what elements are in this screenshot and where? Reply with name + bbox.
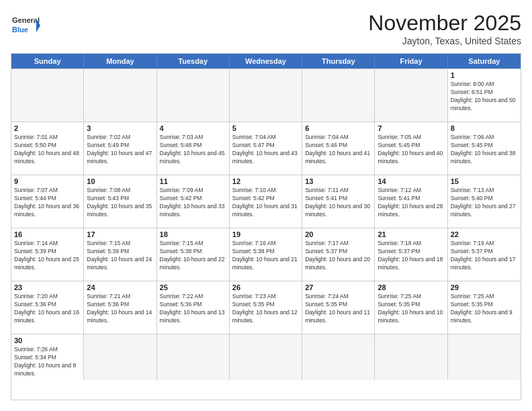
day-number-9: 9 xyxy=(14,177,81,185)
day-number-23: 23 xyxy=(14,283,81,291)
day-number-27: 27 xyxy=(305,283,371,291)
day-info-25: Sunrise: 7:22 AMSunset: 5:36 PMDaylight:… xyxy=(160,293,226,325)
calendar: SundayMondayTuesdayWednesdayThursdayFrid… xyxy=(11,53,521,400)
header-friday: Friday xyxy=(375,54,447,68)
header-wednesday: Wednesday xyxy=(230,54,302,68)
day-info-2: Sunrise: 7:01 AMSunset: 5:50 PMDaylight:… xyxy=(14,134,81,166)
calendar-body: 1Sunrise: 8:00 AMSunset: 6:51 PMDaylight… xyxy=(11,68,521,380)
day-cell-11: 11Sunrise: 7:09 AMSunset: 5:42 PMDayligh… xyxy=(157,175,230,228)
month-title: November 2025 xyxy=(368,11,521,36)
day-info-12: Sunrise: 7:10 AMSunset: 5:42 PMDaylight:… xyxy=(232,187,299,219)
day-number-11: 11 xyxy=(160,177,226,185)
page: General Blue November 2025 Jayton, Texas… xyxy=(0,0,532,411)
day-number-14: 14 xyxy=(378,177,444,185)
header-thursday: Thursday xyxy=(302,54,375,68)
day-info-30: Sunrise: 7:26 AMSunset: 5:34 PMDaylight:… xyxy=(14,346,81,378)
day-cell-23: 23Sunrise: 7:20 AMSunset: 5:36 PMDayligh… xyxy=(11,281,84,334)
week-row-1: 1Sunrise: 8:00 AMSunset: 6:51 PMDaylight… xyxy=(11,68,521,122)
day-number-25: 25 xyxy=(160,283,226,291)
day-number-22: 22 xyxy=(451,230,518,238)
day-info-26: Sunrise: 7:23 AMSunset: 5:35 PMDaylight:… xyxy=(232,293,299,325)
day-info-10: Sunrise: 7:08 AMSunset: 5:43 PMDaylight:… xyxy=(87,187,153,219)
day-info-4: Sunrise: 7:03 AMSunset: 5:48 PMDaylight:… xyxy=(160,134,226,166)
day-number-8: 8 xyxy=(451,124,518,132)
day-cell-8: 8Sunrise: 7:06 AMSunset: 5:45 PMDaylight… xyxy=(448,122,521,175)
day-number-26: 26 xyxy=(232,283,299,291)
empty-cell-5-5 xyxy=(375,334,447,380)
day-number-6: 6 xyxy=(305,124,371,132)
day-info-15: Sunrise: 7:13 AMSunset: 5:40 PMDaylight:… xyxy=(451,187,518,219)
day-number-16: 16 xyxy=(14,230,81,238)
empty-cell-5-2 xyxy=(157,334,230,380)
location: Jayton, Texas, United States xyxy=(368,36,521,46)
day-cell-2: 2Sunrise: 7:01 AMSunset: 5:50 PMDaylight… xyxy=(11,122,84,175)
day-info-1: Sunrise: 8:00 AMSunset: 6:51 PMDaylight:… xyxy=(451,81,518,113)
day-info-11: Sunrise: 7:09 AMSunset: 5:42 PMDaylight:… xyxy=(160,187,226,219)
day-info-22: Sunrise: 7:19 AMSunset: 5:37 PMDaylight:… xyxy=(451,240,518,272)
header-sunday: Sunday xyxy=(11,54,84,68)
day-cell-13: 13Sunrise: 7:11 AMSunset: 5:41 PMDayligh… xyxy=(302,175,375,228)
day-info-17: Sunrise: 7:15 AMSunset: 5:39 PMDaylight:… xyxy=(87,240,153,272)
day-info-9: Sunrise: 7:07 AMSunset: 5:44 PMDaylight:… xyxy=(14,187,81,219)
day-number-7: 7 xyxy=(378,124,444,132)
day-number-29: 29 xyxy=(451,283,518,291)
empty-cell-0-0 xyxy=(11,69,84,122)
day-cell-17: 17Sunrise: 7:15 AMSunset: 5:39 PMDayligh… xyxy=(84,228,157,281)
day-number-12: 12 xyxy=(232,177,299,185)
day-info-19: Sunrise: 7:16 AMSunset: 5:38 PMDaylight:… xyxy=(232,240,299,272)
day-info-21: Sunrise: 7:18 AMSunset: 5:37 PMDaylight:… xyxy=(378,240,444,272)
day-cell-7: 7Sunrise: 7:05 AMSunset: 5:45 PMDaylight… xyxy=(375,122,447,175)
day-info-14: Sunrise: 7:12 AMSunset: 5:41 PMDaylight:… xyxy=(378,187,444,219)
day-cell-24: 24Sunrise: 7:21 AMSunset: 5:36 PMDayligh… xyxy=(84,281,157,334)
day-number-17: 17 xyxy=(87,230,153,238)
day-number-3: 3 xyxy=(87,124,153,132)
logo-svg: General Blue xyxy=(11,11,40,40)
title-block: November 2025 Jayton, Texas, United Stat… xyxy=(368,11,521,46)
day-info-27: Sunrise: 7:24 AMSunset: 5:35 PMDaylight:… xyxy=(305,293,371,325)
empty-cell-0-4 xyxy=(302,69,375,122)
week-row-3: 9Sunrise: 7:07 AMSunset: 5:44 PMDaylight… xyxy=(11,175,521,228)
day-number-2: 2 xyxy=(14,124,81,132)
day-cell-3: 3Sunrise: 7:02 AMSunset: 5:49 PMDaylight… xyxy=(84,122,157,175)
day-cell-15: 15Sunrise: 7:13 AMSunset: 5:40 PMDayligh… xyxy=(448,175,521,228)
header-tuesday: Tuesday xyxy=(157,54,230,68)
day-info-5: Sunrise: 7:04 AMSunset: 5:47 PMDaylight:… xyxy=(232,134,299,166)
day-info-23: Sunrise: 7:20 AMSunset: 5:36 PMDaylight:… xyxy=(14,293,81,325)
empty-cell-5-1 xyxy=(84,334,157,380)
svg-text:General: General xyxy=(12,16,40,24)
empty-cell-5-6 xyxy=(448,334,521,380)
day-number-19: 19 xyxy=(232,230,299,238)
header-monday: Monday xyxy=(84,54,157,68)
day-number-28: 28 xyxy=(378,283,444,291)
day-cell-1: 1Sunrise: 8:00 AMSunset: 6:51 PMDaylight… xyxy=(448,69,521,122)
day-info-7: Sunrise: 7:05 AMSunset: 5:45 PMDaylight:… xyxy=(378,134,444,166)
calendar-header: SundayMondayTuesdayWednesdayThursdayFrid… xyxy=(11,54,521,68)
day-cell-29: 29Sunrise: 7:25 AMSunset: 5:35 PMDayligh… xyxy=(448,281,521,334)
day-info-18: Sunrise: 7:15 AMSunset: 5:38 PMDaylight:… xyxy=(160,240,226,272)
day-number-30: 30 xyxy=(14,336,81,345)
empty-cell-5-4 xyxy=(302,334,375,380)
week-row-5: 23Sunrise: 7:20 AMSunset: 5:36 PMDayligh… xyxy=(11,281,521,334)
empty-cell-0-2 xyxy=(157,69,230,122)
day-info-16: Sunrise: 7:14 AMSunset: 5:39 PMDaylight:… xyxy=(14,240,81,272)
day-number-1: 1 xyxy=(451,71,518,79)
day-number-5: 5 xyxy=(232,124,299,132)
day-cell-18: 18Sunrise: 7:15 AMSunset: 5:38 PMDayligh… xyxy=(157,228,230,281)
empty-cell-0-3 xyxy=(230,69,302,122)
day-info-8: Sunrise: 7:06 AMSunset: 5:45 PMDaylight:… xyxy=(451,134,518,166)
week-row-2: 2Sunrise: 7:01 AMSunset: 5:50 PMDaylight… xyxy=(11,122,521,175)
day-info-24: Sunrise: 7:21 AMSunset: 5:36 PMDaylight:… xyxy=(87,293,153,325)
day-info-3: Sunrise: 7:02 AMSunset: 5:49 PMDaylight:… xyxy=(87,134,153,166)
empty-cell-0-1 xyxy=(84,69,157,122)
day-number-13: 13 xyxy=(305,177,371,185)
day-cell-12: 12Sunrise: 7:10 AMSunset: 5:42 PMDayligh… xyxy=(230,175,302,228)
day-cell-26: 26Sunrise: 7:23 AMSunset: 5:35 PMDayligh… xyxy=(230,281,302,334)
day-info-20: Sunrise: 7:17 AMSunset: 5:37 PMDaylight:… xyxy=(305,240,371,272)
week-row-4: 16Sunrise: 7:14 AMSunset: 5:39 PMDayligh… xyxy=(11,228,521,281)
day-number-18: 18 xyxy=(160,230,226,238)
day-cell-27: 27Sunrise: 7:24 AMSunset: 5:35 PMDayligh… xyxy=(302,281,375,334)
day-cell-25: 25Sunrise: 7:22 AMSunset: 5:36 PMDayligh… xyxy=(157,281,230,334)
day-cell-22: 22Sunrise: 7:19 AMSunset: 5:37 PMDayligh… xyxy=(448,228,521,281)
day-number-21: 21 xyxy=(378,230,444,238)
day-cell-28: 28Sunrise: 7:25 AMSunset: 5:35 PMDayligh… xyxy=(375,281,447,334)
